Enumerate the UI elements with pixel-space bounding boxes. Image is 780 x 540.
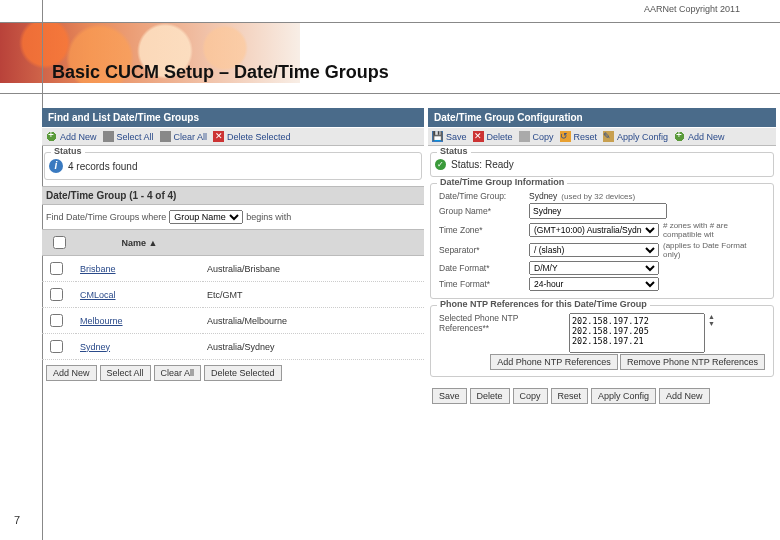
table-row: BrisbaneAustralia/Brisbane	[42, 256, 424, 282]
timezone-label: Time Zone*	[439, 225, 529, 235]
row-tz: Australia/Sydney	[203, 334, 424, 360]
plus-icon	[46, 131, 57, 142]
remove-ntp-button[interactable]: Remove Phone NTP References	[620, 354, 765, 370]
save-button[interactable]: 💾Save	[432, 131, 467, 142]
filter-pre: Find Date/Time Groups where	[46, 212, 166, 222]
ntp-list[interactable]: 202.158.197.172 202.158.197.205 202.158.…	[569, 313, 705, 353]
reset-icon: ↺	[560, 131, 571, 142]
col-check	[42, 230, 76, 256]
status-text-r: Status: Ready	[451, 159, 514, 170]
reset-button[interactable]: ↺Reset	[560, 131, 598, 142]
down-arrow-icon[interactable]: ▼	[708, 320, 715, 327]
left-panel: Find and List Date/Time Groups Add New S…	[42, 108, 424, 409]
ready-icon: ✓	[435, 159, 446, 170]
bottom-buttons: Add New Select All Clear All Delete Sele…	[42, 360, 424, 386]
check-all[interactable]	[53, 236, 66, 249]
right-panel: Date/Time Group Configuration 💾Save ✕Del…	[428, 108, 776, 409]
apply-config-button[interactable]: ✎Apply Config	[603, 131, 668, 142]
separator-hint: (applies to Date Format only)	[663, 241, 765, 259]
filter-op: begins with	[246, 212, 291, 222]
page-number: 7	[14, 514, 20, 526]
dtg-hint: (used by 32 devices)	[561, 192, 635, 201]
save-button-2[interactable]: Save	[432, 388, 467, 404]
slide-title: Basic CUCM Setup – Date/Time Groups	[52, 62, 389, 83]
left-toolbar: Add New Select All Clear All ✕Delete Sel…	[42, 127, 424, 146]
groups-table: Name ▲ BrisbaneAustralia/Brisbane CMLoca…	[42, 229, 424, 360]
delete-button-2[interactable]: Delete	[470, 388, 510, 404]
add-ntp-button[interactable]: Add Phone NTP References	[490, 354, 617, 370]
delete-icon: ✕	[213, 131, 224, 142]
table-row: MelbourneAustralia/Melbourne	[42, 308, 424, 334]
row-name[interactable]: Sydney	[76, 334, 203, 360]
ntp-legend: Phone NTP References for this Date/Time …	[437, 299, 650, 309]
delete-selected-button[interactable]: ✕Delete Selected	[213, 131, 291, 142]
add-new-button[interactable]: Add New	[46, 131, 97, 142]
row-tz: Australia/Brisbane	[203, 256, 424, 282]
separator-select[interactable]: / (slash)	[529, 243, 659, 257]
timeformat-label: Time Format*	[439, 279, 529, 289]
right-toolbar: 💾Save ✕Delete Copy ↺Reset ✎Apply Config …	[428, 127, 776, 146]
copy-button[interactable]: Copy	[519, 131, 554, 142]
select-all-button[interactable]: Select All	[103, 131, 154, 142]
title-rule	[0, 93, 780, 94]
info-icon: i	[49, 159, 63, 173]
status-legend-r: Status	[437, 146, 471, 156]
delete-icon: ✕	[473, 131, 484, 142]
save-icon: 💾	[432, 131, 443, 142]
delete-selected-button-2[interactable]: Delete Selected	[204, 365, 282, 381]
row-name[interactable]: Brisbane	[76, 256, 203, 282]
status-group: Status i4 records found	[44, 152, 422, 180]
status-group-r: Status ✓Status: Ready	[430, 152, 774, 177]
row-name[interactable]: CMLocal	[76, 282, 203, 308]
plus-icon	[674, 131, 685, 142]
dtg-value: Sydney	[529, 191, 557, 201]
clear-all-button[interactable]: Clear All	[160, 131, 208, 142]
col-name[interactable]: Name ▲	[76, 230, 203, 256]
table-row: SydneyAustralia/Sydney	[42, 334, 424, 360]
reorder-arrows[interactable]: ▲▼	[708, 313, 715, 327]
list-subheader: Date/Time Group (1 - 4 of 4)	[42, 186, 424, 205]
dateformat-select[interactable]: D/M/Y	[529, 261, 659, 275]
row-tz: Australia/Melbourne	[203, 308, 424, 334]
timeformat-select[interactable]: 24-hour	[529, 277, 659, 291]
select-all-icon	[103, 131, 114, 142]
row-check[interactable]	[50, 262, 63, 275]
col-tz	[203, 230, 424, 256]
apply-icon: ✎	[603, 131, 614, 142]
table-row: CMLocalEtc/GMT	[42, 282, 424, 308]
delete-button[interactable]: ✕Delete	[473, 131, 513, 142]
add-new-button-r[interactable]: Add New	[674, 131, 725, 142]
separator-label: Separator*	[439, 245, 529, 255]
reset-button-2[interactable]: Reset	[551, 388, 589, 404]
row-check[interactable]	[50, 288, 63, 301]
filter-row: Find Date/Time Groups where Group Name b…	[42, 205, 424, 229]
groupname-label: Group Name*	[439, 206, 529, 216]
status-text: 4 records found	[68, 161, 138, 172]
right-header: Date/Time Group Configuration	[428, 108, 776, 127]
select-all-button-2[interactable]: Select All	[100, 365, 151, 381]
info-group: Date/Time Group Information Date/Time Gr…	[430, 183, 774, 299]
clear-all-icon	[160, 131, 171, 142]
row-name[interactable]: Melbourne	[76, 308, 203, 334]
clear-all-button-2[interactable]: Clear All	[154, 365, 202, 381]
apply-button-2[interactable]: Apply Config	[591, 388, 656, 404]
add-new-button-2[interactable]: Add New	[46, 365, 97, 381]
row-tz: Etc/GMT	[203, 282, 424, 308]
groupname-input[interactable]	[529, 203, 667, 219]
info-legend: Date/Time Group Information	[437, 177, 567, 187]
copyright: AARNet Copyright 2011	[644, 4, 740, 14]
filter-field-select[interactable]: Group Name	[169, 210, 243, 224]
copy-icon	[519, 131, 530, 142]
row-check[interactable]	[50, 340, 63, 353]
copy-button-2[interactable]: Copy	[513, 388, 548, 404]
ntp-label: Selected Phone NTP References**	[439, 313, 569, 333]
dateformat-label: Date Format*	[439, 263, 529, 273]
timezone-select[interactable]: (GMT+10:00) Australia/Sydney#	[529, 223, 659, 237]
up-arrow-icon[interactable]: ▲	[708, 313, 715, 320]
timezone-hint: # zones with # are compatible wit	[663, 221, 765, 239]
add-button-2[interactable]: Add New	[659, 388, 710, 404]
bottom-buttons-r: Save Delete Copy Reset Apply Config Add …	[428, 383, 776, 409]
status-legend: Status	[51, 146, 85, 156]
row-check[interactable]	[50, 314, 63, 327]
left-header: Find and List Date/Time Groups	[42, 108, 424, 127]
